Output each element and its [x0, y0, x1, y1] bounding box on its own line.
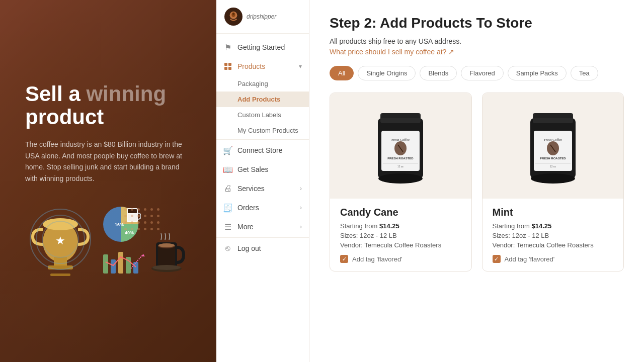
sidebar-label-add-products: Add Products — [237, 96, 280, 103]
filter-tab-tea[interactable]: Tea — [571, 66, 598, 80]
svg-text:Fresh Coffee: Fresh Coffee — [391, 138, 410, 142]
chevron-down-icon: ▾ — [299, 63, 302, 70]
sidebar-label-products: Products — [237, 62, 265, 70]
headline-product: product — [25, 106, 191, 129]
sidebar-label-custom-labels: Custom Labels — [237, 111, 281, 119]
svg-point-47 — [531, 173, 575, 184]
sidebar-nav: ⚑ Getting Started Products ▾ — [216, 34, 309, 362]
product-image-mint: Fresh Coffee FRESH ROASTED 12 oz — [482, 93, 624, 199]
svg-text:12 oz: 12 oz — [550, 165, 556, 168]
svg-point-29 — [232, 13, 234, 15]
tag-checkbox-candy-cane[interactable] — [340, 255, 348, 263]
product-card-mint: Fresh Coffee FRESH ROASTED 12 oz Mint St… — [482, 93, 624, 272]
product-tag-mint[interactable]: Add tag 'flavored' — [493, 255, 614, 263]
logo-icon — [224, 8, 243, 26]
svg-rect-16 — [111, 259, 116, 274]
filter-tab-flavored[interactable]: Flavored — [461, 66, 504, 80]
svg-rect-32 — [224, 67, 227, 70]
coffee-mug-illustration — [151, 232, 186, 280]
product-price-mint: Starting from $14.25 — [493, 222, 614, 230]
sidebar-label-more: More — [237, 223, 254, 231]
product-price-value-mint: $14.25 — [532, 222, 552, 230]
sidebar-item-packaging[interactable]: Packaging — [216, 76, 309, 92]
filter-tab-blends[interactable]: Blends — [420, 66, 457, 80]
sidebar-item-custom-labels[interactable]: Custom Labels — [216, 107, 309, 123]
sidebar-logo: dripshipper — [216, 0, 309, 34]
products-submenu: Packaging Add Products Custom Labels My … — [216, 76, 309, 138]
svg-marker-46 — [533, 113, 573, 118]
sidebar-item-connect-store[interactable]: 🛒 Connect Store — [216, 141, 309, 160]
svg-rect-30 — [224, 63, 227, 66]
svg-rect-33 — [228, 67, 231, 70]
product-sizes-candy-cane: Sizes: 12oz - 12 LB — [340, 232, 461, 239]
body-text: The coffee industry is an $80 Billion in… — [25, 139, 191, 184]
product-name-candy-cane: Candy Cane — [340, 207, 461, 218]
svg-text:16%: 16% — [115, 222, 124, 227]
svg-point-1 — [43, 218, 78, 230]
headline-sell: Sell a — [25, 82, 86, 106]
product-price-candy-cane: Starting from $14.25 — [340, 222, 461, 230]
svg-text:★: ★ — [55, 234, 65, 247]
svg-rect-31 — [228, 63, 231, 66]
sidebar-label-packaging: Packaging — [237, 80, 268, 87]
sidebar-item-my-custom-products[interactable]: My Custom Products — [216, 123, 309, 138]
sidebar-item-orders[interactable]: 🧾 Orders › — [216, 198, 309, 217]
sidebar-item-products[interactable]: Products ▾ — [216, 57, 309, 76]
headline-winning: winning — [86, 82, 166, 106]
product-sizes-mint: Sizes: 12oz - 12 LB — [493, 232, 614, 239]
svg-rect-3 — [48, 265, 73, 269]
sidebar-item-getting-started[interactable]: ⚑ Getting Started — [216, 38, 309, 57]
product-tag-candy-cane[interactable]: Add tag 'flavored' — [340, 255, 461, 263]
shipping-subtitle: All products ship free to any USA addres… — [330, 37, 624, 45]
grid-icon — [223, 62, 232, 71]
product-vendor-candy-cane: Vendor: Temecula Coffee Roasters — [340, 241, 461, 249]
headline: Sell a winning product — [25, 82, 191, 129]
filter-tab-sample-packs[interactable]: Sample Packs — [508, 66, 567, 80]
svg-marker-36 — [380, 113, 421, 118]
tag-label-mint: Add tag 'flavored' — [505, 255, 555, 263]
product-price-value-candy-cane: $14.25 — [379, 222, 399, 230]
right-side: dripshipper ⚑ Getting Started Produc — [216, 0, 644, 362]
sidebar-item-get-sales[interactable]: 📖 Get Sales — [216, 160, 309, 179]
main-content: Step 2: Add Products To Store All produc… — [309, 0, 644, 362]
sidebar-label-services: Services — [237, 185, 265, 193]
left-panel: Sell a winning product The coffee indust… — [0, 0, 216, 362]
filter-tab-all[interactable]: All — [330, 66, 354, 80]
menu-icon: ☰ — [223, 222, 232, 231]
svg-text:FRESH ROASTED: FRESH ROASTED — [388, 157, 414, 160]
trophy-illustration: ★ — [25, 199, 96, 280]
dots-decoration — [124, 208, 161, 232]
svg-point-37 — [378, 173, 423, 184]
sidebar-label-orders: Orders — [237, 204, 259, 212]
svg-point-26 — [158, 243, 175, 247]
price-link[interactable]: What price should I sell my coffee at? ↗ — [330, 48, 454, 56]
product-name-mint: Mint — [493, 207, 614, 218]
svg-rect-52 — [535, 163, 571, 164]
sidebar-item-logout[interactable]: ⎋ Log out — [216, 239, 309, 258]
svg-text:Fresh Coffee: Fresh Coffee — [544, 138, 562, 142]
sidebar-item-services[interactable]: 🖨 Services › — [216, 179, 309, 198]
sidebar-label-connect-store: Connect Store — [237, 146, 283, 154]
tag-label-candy-cane: Add tag 'flavored' — [352, 255, 403, 263]
chevron-right-icon-services: › — [300, 185, 302, 192]
cart-icon: 🛒 — [223, 146, 232, 155]
sidebar-item-more[interactable]: ☰ More › — [216, 217, 309, 236]
svg-rect-17 — [118, 252, 123, 274]
product-card-body-mint: Mint Starting from $14.25 Sizes: 12oz - … — [482, 199, 624, 271]
svg-rect-19 — [133, 262, 138, 274]
sidebar-label-logout: Log out — [237, 244, 261, 252]
sidebar-item-add-products[interactable]: Add Products — [216, 92, 309, 107]
svg-rect-15 — [103, 254, 108, 274]
logo-text: dripshipper — [247, 13, 276, 20]
flag-icon: ⚑ — [223, 43, 232, 52]
sidebar-label-getting-started: Getting Started — [237, 43, 285, 51]
product-card-candy-cane: Fresh Coffee FRESH ROASTED 12 oz Candy C… — [330, 93, 472, 272]
svg-rect-5 — [50, 274, 70, 276]
filter-tabs: All Single Origins Blends Flavored Sampl… — [330, 66, 624, 80]
sidebar-label-get-sales: Get Sales — [237, 165, 268, 173]
chevron-right-icon-more: › — [300, 223, 302, 230]
tag-checkbox-mint[interactable] — [493, 255, 501, 263]
print-icon: 🖨 — [223, 184, 232, 193]
product-card-body-candy-cane: Candy Cane Starting from $14.25 Sizes: 1… — [330, 199, 471, 271]
filter-tab-single-origins[interactable]: Single Origins — [358, 66, 416, 80]
